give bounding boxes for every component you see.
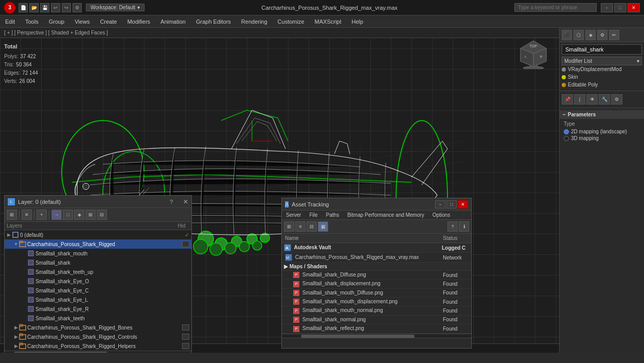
asset-menu-paths[interactable]: Paths (322, 211, 344, 219)
menu-graph-editors[interactable]: Graph Editors (191, 17, 236, 26)
asset-minimize[interactable]: − (435, 200, 445, 209)
layer-item[interactable]: ▶ 0 (default) ✓ (5, 230, 191, 239)
table-row[interactable]: P Smalltail_shark_mouth_displacement.png… (282, 298, 471, 306)
maximize-btn[interactable]: □ (614, 3, 627, 12)
layers-close[interactable]: ✕ (183, 198, 188, 205)
table-row[interactable]: ▶ Maps / Shaders (282, 263, 471, 271)
workspace-dropdown[interactable]: Workspace: Default ▾ (86, 4, 145, 11)
collapse-icon[interactable]: − (563, 112, 566, 117)
table-row[interactable]: P Smalltail_shark_mouth_Diffuse.png Foun… (282, 288, 471, 297)
layer-item[interactable]: Smalltail_shark_teeth_up (5, 267, 191, 276)
asset-menu-file[interactable]: File (305, 211, 321, 219)
modifier-entry[interactable]: VRayDisplacementMod (560, 65, 644, 73)
rp-icon3[interactable]: ◈ (585, 30, 596, 40)
select-layer-btn[interactable]: □ (63, 210, 73, 220)
layer-item[interactable]: Smalltail_shark_Eye_C (5, 286, 191, 295)
mapping-option-2d[interactable]: 2D mapping (landscape) (564, 129, 640, 134)
modifier-entry[interactable]: Skin (560, 73, 644, 81)
table-row[interactable]: A Autodesk Vault Logged C (282, 243, 471, 253)
layers-list[interactable]: ▶ 0 (default) ✓ ▼ Carcharhinus_Porosus_S… (5, 230, 191, 351)
asset-btn4[interactable]: ▦ (318, 221, 328, 232)
rp-icon5[interactable]: ✏ (609, 30, 619, 40)
undo-btn[interactable]: ↩ (51, 3, 60, 12)
collapse-all-btn[interactable]: ⊟ (97, 210, 107, 220)
highlight-layer-btn[interactable]: ◈ (74, 210, 84, 220)
rp-icon2[interactable]: ⬡ (574, 30, 584, 40)
table-row[interactable]: P Smalltail_shark_reflect.png Found (282, 324, 471, 333)
search-input[interactable] (514, 3, 597, 12)
layers-help[interactable]: ? (170, 199, 173, 205)
delete-mod-btn[interactable]: 🔧 (599, 94, 610, 105)
layer-item[interactable]: Smalltail_shark (5, 258, 191, 267)
save-btn[interactable]: 💾 (40, 3, 49, 12)
pin-stack-btn[interactable]: 📌 (562, 94, 573, 105)
menu-customize[interactable]: Customize (273, 17, 310, 26)
menu-tools[interactable]: Tools (20, 17, 44, 26)
mode-btn[interactable]: | (574, 94, 585, 105)
layer-item[interactable]: ▶ Carcharhinus_Porosus_Shark_Rigged_Cont… (5, 332, 191, 341)
menu-views[interactable]: Views (69, 17, 95, 26)
asset-scrollbar-thumb[interactable] (301, 335, 415, 338)
rp-icon4[interactable]: ⚙ (597, 30, 607, 40)
close-btn[interactable]: ✕ (628, 3, 640, 12)
table-row[interactable]: P Smalltail_shark_mouth_normal.png Found (282, 306, 471, 315)
asset-info-btn[interactable]: ℹ (459, 221, 469, 232)
open-btn[interactable]: 📂 (29, 3, 39, 12)
asset-btn1[interactable]: ⊞ (284, 221, 294, 232)
settings-btn[interactable]: ⚙ (73, 3, 82, 12)
expand-all-btn[interactable]: ⊞ (85, 210, 96, 220)
object-icon (27, 315, 34, 322)
menu-animation[interactable]: Animation (155, 17, 191, 26)
menu-create[interactable]: Create (95, 17, 122, 26)
layer-item[interactable]: ▶ Carcharhinus_Porosus_Shark_Rigged_Bone… (5, 323, 191, 332)
layer-item[interactable]: Smalltail_shark_mouth (5, 249, 191, 258)
table-row[interactable]: P Smalltail_shark_normal.png Found (282, 315, 471, 324)
add-layer-btn[interactable]: ⊞ (7, 210, 17, 220)
modifier-list-dropdown[interactable]: Modifier List ▾ (562, 57, 642, 65)
delete-layer-btn[interactable]: ✕ (22, 210, 32, 220)
config-btn[interactable]: ⚙ (611, 94, 622, 105)
menu-rendering[interactable]: Rendering (236, 17, 273, 26)
viewport[interactable]: [ + ] [ Perspective ] [ Shaded + Edged F… (0, 28, 559, 353)
modifier-entry[interactable]: Editable Poly (560, 81, 644, 89)
layer-hide-box[interactable] (182, 241, 189, 247)
layer-item[interactable]: ▶ Carcharhinus_Porosus_Shark_Rigged_Help… (5, 341, 191, 351)
layers-scrollbar[interactable] (5, 351, 191, 353)
menu-help[interactable]: Help (347, 17, 369, 26)
minimize-btn[interactable]: − (601, 3, 613, 12)
asset-maximize[interactable]: □ (446, 200, 457, 209)
menu-modifiers[interactable]: Modifiers (122, 17, 155, 26)
rp-icon1[interactable]: ⬛ (562, 30, 572, 40)
layer-item[interactable]: Smalltail_shark_teeth (5, 314, 191, 323)
asset-scrollbar[interactable] (282, 334, 471, 338)
asset-menu-server[interactable]: Server (282, 211, 305, 219)
layer-hide-box[interactable] (182, 334, 189, 340)
asset-menu-bitmap[interactable]: Bitmap Performance and Memory (343, 211, 428, 219)
add-to-layer-btn[interactable]: + (37, 210, 47, 220)
asset-help-btn[interactable]: ? (448, 221, 458, 232)
menu-edit[interactable]: Edit (0, 17, 20, 26)
move-to-layer-btn[interactable]: → (51, 210, 62, 220)
asset-menu-options[interactable]: Options (428, 211, 454, 219)
asset-table-container[interactable]: Name Status A Autodesk (282, 234, 471, 334)
new-file-btn[interactable]: 📄 (19, 3, 28, 12)
scrollbar-thumb[interactable] (14, 352, 108, 353)
table-row[interactable]: M Carcharhinus_Porosus_Shark_Rigged_max_… (282, 253, 471, 263)
layer-hide-box[interactable] (182, 324, 189, 331)
object-name-field[interactable] (562, 44, 642, 55)
show-btn[interactable]: 👁 (586, 94, 598, 105)
layer-item[interactable]: ▼ Carcharhinus_Porosus_Shark_Rigged (5, 239, 191, 249)
layer-item[interactable]: Smalltail_shark_Eye_R (5, 304, 191, 314)
asset-btn2[interactable]: ≡ (295, 221, 306, 232)
layer-item[interactable]: Smalltail_shark_Eye_L (5, 295, 191, 304)
menu-group[interactable]: Group (44, 17, 70, 26)
asset-btn3[interactable]: ⊟ (307, 221, 317, 232)
table-row[interactable]: P Smalltail_shark_displacement.png Found (282, 280, 471, 288)
layer-item[interactable]: Smalltail_shark_Eye_O (5, 276, 191, 286)
menu-maxscript[interactable]: MAXScript (310, 17, 347, 26)
redo-btn[interactable]: ↪ (62, 3, 71, 12)
mapping-option-3d[interactable]: 3D mapping (564, 135, 640, 141)
asset-close[interactable]: ✕ (458, 200, 468, 209)
table-row[interactable]: P Smalltail_shark_Diffuse.png Found (282, 271, 471, 280)
layer-hide-box[interactable] (182, 343, 189, 349)
